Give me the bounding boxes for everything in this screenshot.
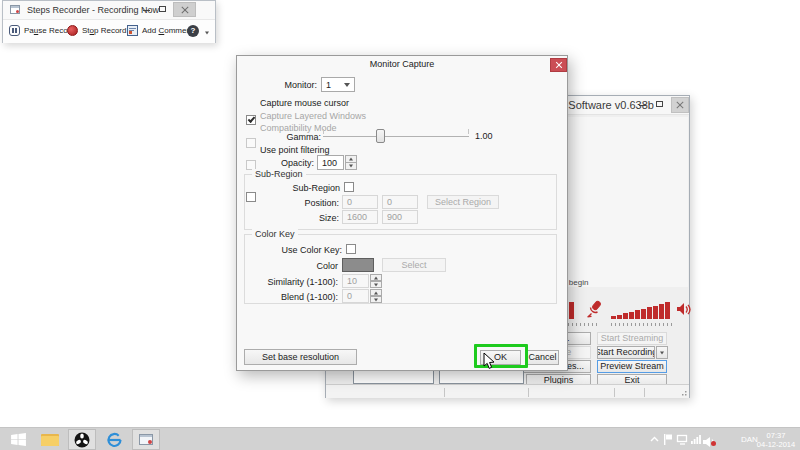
steps-close-button[interactable]	[173, 2, 196, 17]
color-key-group: Color Key Use Color Key: Color Select Si…	[244, 234, 557, 304]
use-color-key-checkbox[interactable]	[346, 244, 356, 254]
obs-start-recording-button[interactable]: Start Recording	[597, 346, 655, 359]
obs-minimize-button[interactable]	[639, 105, 646, 106]
blend-label: Blend (1-100):	[245, 292, 338, 303]
obs-start-streaming-button[interactable]: Start Streaming	[597, 332, 667, 345]
steps-recorder-app-icon	[10, 5, 20, 14]
internet-explorer-icon	[106, 432, 123, 448]
stop-record-button[interactable]: Stop Record	[67, 25, 126, 36]
color-swatch[interactable]	[342, 258, 374, 272]
obs-start-recording-dropdown[interactable]	[656, 346, 668, 359]
steps-minimize-button[interactable]	[143, 10, 150, 11]
steps-recorder-toolbar: Pause Record Stop Record Add Comment ?	[3, 19, 215, 43]
volume-status-badge	[711, 441, 716, 446]
volume-icon[interactable]	[703, 434, 716, 446]
comment-icon	[127, 25, 138, 36]
taskbar-obs[interactable]	[68, 429, 96, 450]
opacity-spin-down[interactable]	[345, 162, 357, 170]
steps-recorder-title: Steps Recorder - Recording Now	[27, 5, 159, 15]
position-label: Position:	[245, 198, 339, 209]
opacity-label: Opacity:	[241, 158, 314, 169]
color-select-button[interactable]: Select	[382, 258, 446, 272]
gamma-value: 1.00	[475, 131, 493, 142]
add-comment-button[interactable]: Add Comment	[127, 25, 193, 36]
mouse-cursor	[483, 353, 496, 371]
similarity-spin-down[interactable]	[370, 281, 382, 288]
clock-time: 07:37	[755, 431, 797, 440]
use-color-key-label: Use Color Key:	[245, 245, 342, 256]
network-signal-icon[interactable]	[691, 434, 701, 444]
color-label: Color	[245, 261, 338, 272]
blend-spin-down[interactable]	[370, 296, 382, 303]
capture-layered-windows-label: Capture Layered Windows	[260, 111, 366, 122]
similarity-label: Similarity (1-100):	[245, 277, 338, 288]
taskbar-steps-recorder[interactable]	[132, 429, 160, 450]
steps-recorder-window: Steps Recorder - Recording Now Pause Rec…	[2, 0, 216, 43]
help-button[interactable]: ?	[187, 25, 199, 37]
size-width-input[interactable]: 1600	[342, 210, 378, 224]
steps-recorder-icon	[139, 434, 153, 445]
cancel-button[interactable]: Cancel	[526, 350, 559, 365]
pause-icon	[9, 25, 20, 36]
sub-region-checkbox-label: Sub-Region	[245, 183, 340, 194]
sub-region-group-title: Sub-Region	[252, 169, 306, 180]
desktop-volume-meter	[611, 301, 670, 319]
opacity-input[interactable]: 100	[317, 155, 344, 170]
microphone-icon	[585, 300, 602, 318]
folder-icon	[41, 434, 59, 446]
steps-maximize-button[interactable]	[159, 6, 166, 12]
capture-mouse-cursor-checkbox[interactable]	[246, 115, 256, 125]
windows-logo-icon	[11, 433, 26, 446]
start-button[interactable]	[4, 429, 32, 450]
desktop-volume-slider[interactable]	[611, 323, 673, 326]
resize-grip[interactable]	[679, 388, 687, 396]
checkmark-icon	[248, 115, 256, 123]
stop-record-icon	[67, 25, 78, 36]
obs-close-button[interactable]	[671, 97, 689, 113]
taskbar-internet-explorer[interactable]	[100, 429, 128, 450]
pc-status-icon[interactable]	[676, 434, 688, 445]
sub-region-checkbox[interactable]	[344, 182, 354, 192]
monitor-label: Monitor:	[241, 80, 317, 91]
maximize-icon	[159, 6, 166, 12]
gamma-slider-thumb[interactable]	[376, 129, 385, 143]
size-label: Size:	[245, 213, 339, 224]
action-center-flag-icon[interactable]	[663, 433, 673, 446]
taskbar-clock[interactable]: 07:37 04-12-2014	[755, 431, 797, 449]
chevron-down-icon	[205, 32, 209, 35]
obs-preview-stream-button[interactable]: Preview Stream	[597, 360, 667, 373]
dialog-title: Monitor Capture	[237, 56, 567, 73]
set-base-resolution-button[interactable]: Set base resolution	[244, 349, 357, 365]
position-y-input[interactable]: 0	[382, 195, 418, 209]
sub-region-group: Sub-Region Sub-Region Position: 0 0 Sele…	[244, 174, 557, 230]
pause-record-button[interactable]: Pause Record	[9, 25, 75, 36]
chevron-down-icon	[344, 83, 350, 87]
help-icon: ?	[191, 26, 196, 35]
capture-mouse-cursor-label: Capture mouse cursor	[260, 98, 349, 109]
dialog-close-button[interactable]	[550, 58, 567, 72]
position-x-input[interactable]: 0	[342, 195, 378, 209]
gamma-label: Gamma:	[241, 132, 321, 143]
monitor-select[interactable]: 1	[321, 77, 355, 92]
speaker-icon	[676, 302, 691, 317]
monitor-capture-dialog: Monitor Capture Monitor: 1 Capture mouse…	[236, 55, 568, 371]
desktop: Open Broadcaster Software v0.638b Click …	[0, 0, 800, 450]
similarity-spin-up[interactable]	[370, 274, 382, 281]
minimize-icon	[143, 10, 150, 11]
color-key-group-title: Color Key	[252, 229, 298, 240]
obs-icon	[74, 432, 90, 448]
help-dropdown-button[interactable]	[203, 29, 211, 37]
minimize-icon	[639, 105, 646, 106]
similarity-input[interactable]: 10	[342, 274, 369, 288]
gamma-slider-track[interactable]	[323, 136, 469, 137]
size-height-input[interactable]: 900	[382, 210, 418, 224]
obs-maximize-button[interactable]	[656, 101, 663, 107]
maximize-icon	[656, 101, 663, 107]
select-region-button[interactable]: Select Region	[427, 195, 499, 209]
blend-spin-up[interactable]	[370, 289, 382, 296]
taskbar-file-explorer[interactable]	[36, 429, 64, 450]
blend-input[interactable]: 0	[342, 289, 369, 303]
taskbar: DAN 07:37 04-12-2014	[0, 427, 800, 450]
show-hidden-icons-button[interactable]	[650, 436, 659, 443]
chevron-down-icon	[660, 351, 664, 354]
